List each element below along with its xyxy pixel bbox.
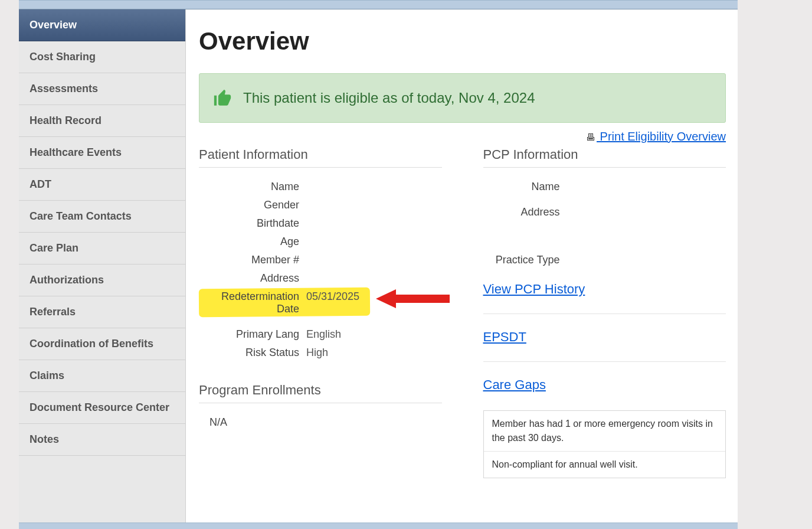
label-primary-lang: Primary Lang [199, 328, 306, 341]
sidebar-item-healthcare-events[interactable]: Healthcare Events [19, 137, 185, 169]
label-practice-type: Practice Type [483, 254, 567, 266]
print-icon: 🖶 [586, 132, 595, 142]
view-pcp-history-link[interactable]: View PCP History [483, 282, 726, 297]
care-gap-messages: Member has had 1 or more emergency room … [483, 410, 726, 478]
sidebar-item-label: Health Record [30, 115, 102, 126]
patient-info-heading: Patient Information [199, 147, 442, 162]
label-pcp-name: Name [483, 181, 567, 193]
sidebar-item-assessments[interactable]: Assessments [19, 73, 185, 105]
page-title: Overview [199, 27, 738, 55]
value-redetermination-date: 05/31/2025 [306, 290, 359, 303]
sidebar-item-care-plan[interactable]: Care Plan [19, 233, 185, 264]
sidebar-item-label: Document Resource Center [30, 401, 169, 413]
value-primary-lang: English [306, 328, 341, 341]
sidebar-item-label: Authorizations [30, 274, 104, 286]
sidebar-item-overview[interactable]: Overview [19, 9, 185, 41]
divider [199, 167, 442, 168]
sidebar-item-cost-sharing[interactable]: Cost Sharing [19, 41, 185, 73]
care-gaps-link[interactable]: Care Gaps [483, 377, 726, 393]
redetermination-row: Redetermination Date 05/31/2025 [199, 290, 442, 315]
value-risk-status: High [306, 347, 328, 359]
sidebar-item-authorizations[interactable]: Authorizations [19, 264, 185, 296]
pcp-info-heading: PCP Information [483, 147, 726, 162]
sidebar-item-label: Notes [30, 433, 59, 445]
sidebar-item-label: Referrals [30, 306, 76, 318]
sidebar-nav: Overview Cost Sharing Assessments Health… [19, 9, 186, 523]
label-member-no: Member # [199, 254, 306, 266]
label-risk-status: Risk Status [199, 347, 306, 359]
window-top-bar [19, 0, 738, 9]
annotation-arrow-icon [376, 289, 450, 308]
label-gender: Gender [199, 199, 306, 211]
print-eligibility-link[interactable]: Print Eligibility Overview [597, 130, 726, 143]
sidebar-item-label: Assessments [30, 83, 98, 94]
label-age: Age [199, 236, 306, 248]
program-enrollments-value: N/A [199, 416, 442, 429]
sidebar-item-notes[interactable]: Notes [19, 424, 185, 456]
care-gap-message: Member has had 1 or more emergency room … [484, 411, 726, 452]
label-pcp-address: Address [483, 206, 567, 218]
sidebar-item-referrals[interactable]: Referrals [19, 296, 185, 328]
sidebar-item-label: ADT [30, 178, 51, 190]
sidebar-item-label: Claims [30, 370, 64, 381]
sidebar-item-label: Care Team Contacts [30, 210, 132, 222]
sidebar-item-label: Coordination of Benefits [30, 338, 153, 350]
sidebar-item-claims[interactable]: Claims [19, 360, 185, 392]
care-gap-message: Non-compliant for annual well visit. [484, 452, 726, 478]
sidebar-item-adt[interactable]: ADT [19, 169, 185, 201]
divider [483, 314, 726, 314]
label-address: Address [199, 272, 306, 285]
eligibility-message: This patient is eligible as of today, No… [243, 90, 535, 106]
sidebar-item-label: Healthcare Events [30, 146, 122, 158]
main-content: Overview This patient is eligible as of … [186, 9, 738, 523]
thumbs-up-icon [212, 88, 233, 108]
patient-info-column: Patient Information Name Gender Birthdat… [199, 147, 442, 478]
program-enrollments-heading: Program Enrollments [199, 383, 442, 398]
divider [483, 167, 726, 168]
window-bottom-bar [19, 523, 738, 529]
sidebar-item-document-center[interactable]: Document Resource Center [19, 392, 185, 424]
label-birthdate: Birthdate [199, 217, 306, 230]
label-name: Name [199, 181, 306, 193]
pcp-info-column: PCP Information Name Address Practice Ty… [466, 147, 726, 478]
epsdt-link[interactable]: EPSDT [483, 329, 726, 345]
label-redetermination-date: Redetermination Date [199, 290, 306, 315]
svg-marker-0 [376, 289, 450, 308]
sidebar-item-health-record[interactable]: Health Record [19, 105, 185, 137]
sidebar-item-label: Care Plan [30, 242, 78, 254]
sidebar-item-cob[interactable]: Coordination of Benefits [19, 328, 185, 360]
sidebar-item-care-team[interactable]: Care Team Contacts [19, 201, 185, 233]
divider [199, 403, 442, 403]
sidebar-item-label: Overview [30, 19, 77, 31]
divider [483, 361, 726, 362]
eligibility-banner: This patient is eligible as of today, No… [199, 73, 726, 123]
sidebar-item-label: Cost Sharing [30, 51, 96, 63]
